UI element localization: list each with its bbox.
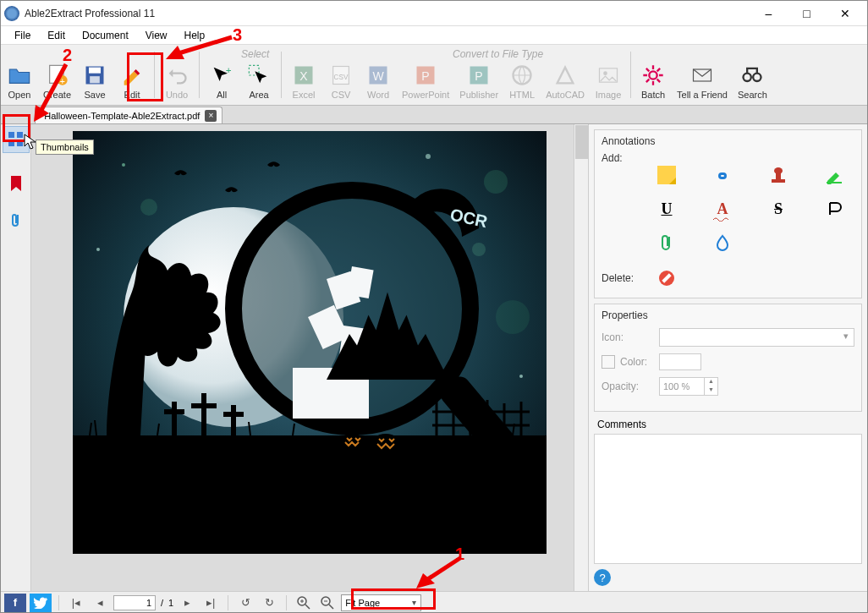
comments-textarea[interactable] [594,434,862,564]
svg-text:CSV: CSV [334,74,349,81]
menu-bar: File Edit Document View Help [1,26,867,45]
word-icon: W [366,63,390,87]
convert-autocad-button[interactable]: AutoCAD [541,45,590,105]
right-panel: Annotations Add: U A S Delete: [588,124,867,591]
comments-title: Comments [597,419,862,430]
svg-rect-82 [827,182,842,183]
delete-label: Delete: [602,272,649,284]
last-page-button[interactable]: ▸| [201,594,221,612]
binoculars-icon [740,63,764,87]
caret-icon[interactable] [823,198,845,220]
arrow-3 [166,34,233,63]
bookmark-icon [9,175,23,192]
attachments-button[interactable] [3,207,30,234]
svg-text:X: X [299,69,308,83]
convert-powerpoint-button[interactable]: P PowerPoint [397,45,454,105]
document-viewport[interactable]: OCR [31,124,588,591]
help-button[interactable]: ? [594,569,611,586]
menu-file[interactable]: File [6,28,39,43]
svg-point-40 [140,199,157,216]
svg-point-81 [774,167,783,174]
zoom-out-button[interactable] [317,594,338,612]
envelope-icon [690,63,714,87]
minimize-button[interactable]: – [750,2,788,25]
section-select-label: Select [241,48,269,60]
page-separator: / [161,598,163,608]
highlight-edit [127,52,163,101]
html-icon [510,63,534,87]
svg-point-76 [337,434,367,457]
squiggly-icon[interactable]: A [711,198,733,220]
svg-point-27 [649,71,656,79]
menu-edit[interactable]: Edit [39,28,74,43]
watermark-icon[interactable] [711,232,733,254]
underline-icon[interactable]: U [656,198,678,220]
thumbnails-tooltip: Thumbnails [36,140,94,155]
highlighter-icon[interactable] [823,164,845,186]
spin-up-icon[interactable]: ▲ [705,378,717,386]
search-button[interactable]: Search [733,45,772,105]
next-page-button[interactable]: ▸ [177,594,197,612]
publisher-icon: P [467,63,491,87]
svg-point-26 [603,71,607,75]
highlight-zoom [351,588,436,610]
window-title: Able2Extract Professional 11 [25,8,750,19]
svg-rect-79 [772,179,785,183]
callout-3: 3 [233,25,242,45]
first-page-button[interactable]: |◂ [66,594,86,612]
delete-annotation-button[interactable] [656,267,678,289]
cursor-icon [24,134,37,151]
attachment-icon[interactable] [656,232,678,254]
convert-csv-button[interactable]: CSV CSV [322,45,360,105]
svg-point-43 [519,375,523,378]
main-area: Thumbnails [1,124,867,591]
paperclip-icon [9,212,23,229]
sticky-note-icon[interactable] [656,164,678,186]
cursor-area-icon [247,63,271,87]
annotations-title: Annotations [602,135,854,147]
callout-2: 2 [63,46,72,65]
color-swatch[interactable] [659,353,701,370]
excel-icon: X [292,63,316,87]
properties-title: Properties [602,309,854,321]
document-page: OCR [73,131,547,554]
left-sidebar: Thumbnails [1,124,31,591]
svg-rect-10 [89,68,101,74]
zoom-in-button[interactable] [294,594,314,612]
spin-down-icon[interactable]: ▼ [705,386,717,395]
strikeout-icon[interactable]: S [767,198,789,220]
page-number-input[interactable] [113,595,156,610]
convert-image-button[interactable]: Image [590,45,627,105]
close-button[interactable]: ✕ [826,2,864,25]
link-icon[interactable] [711,164,733,186]
maximize-button[interactable]: □ [788,2,826,25]
undo-icon [165,63,189,87]
prev-page-button[interactable]: ◂ [90,594,110,612]
menu-document[interactable]: Document [74,28,137,43]
batch-button[interactable]: Batch [635,45,672,105]
scrollbar-thumb[interactable] [575,125,588,159]
page-total: 1 [168,598,173,608]
convert-excel-button[interactable]: X Excel [285,45,322,105]
properties-group: Properties Icon: Color: Opacity: 100 % ▲… [594,304,862,412]
facebook-button[interactable]: f [4,594,26,612]
twitter-button[interactable] [30,594,52,612]
save-button[interactable]: Save [76,45,113,105]
callout-1: 1 [455,545,464,564]
opacity-spinner[interactable]: 100 % ▲▼ [659,377,718,396]
section-convert-label: Convert to File Type [453,48,543,60]
svg-point-36 [122,163,125,167]
save-icon [83,63,107,87]
color-checkbox[interactable] [602,355,615,369]
convert-word-button[interactable]: W Word [360,45,397,105]
bookmarks-button[interactable] [3,170,30,197]
icon-select[interactable] [659,328,854,347]
svg-text:P: P [421,69,429,83]
folder-open-icon [8,63,31,87]
tell-friend-button[interactable]: Tell a Friend [672,45,733,105]
rotate-ccw-button[interactable]: ↺ [235,594,255,612]
rotate-cw-button[interactable]: ↻ [259,594,279,612]
vertical-scrollbar[interactable] [574,124,588,591]
tab-close-icon[interactable]: × [205,110,217,122]
stamp-icon[interactable] [767,164,789,186]
